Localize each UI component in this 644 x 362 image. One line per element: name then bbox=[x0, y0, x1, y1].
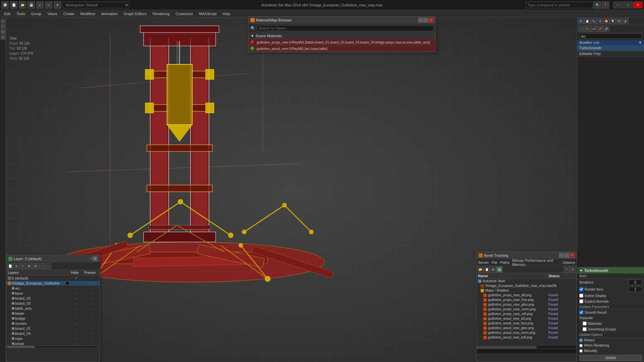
ts-iterations-input[interactable] bbox=[629, 280, 642, 285]
menu-views[interactable]: Views bbox=[45, 11, 60, 16]
menu-group[interactable]: Group bbox=[29, 11, 44, 16]
menu-maxscript[interactable]: MAXScript bbox=[197, 11, 219, 16]
at-row-file6[interactable]: guillotine_wood_new_dif.png Found bbox=[477, 316, 577, 321]
at-row-file5[interactable]: guillotine_props_new_refl.png Found bbox=[477, 312, 577, 316]
at-icon-refresh[interactable]: ↻ bbox=[570, 266, 576, 273]
app-icon[interactable]: 🎲 bbox=[1, 1, 9, 9]
at-menu-paths[interactable]: Paths bbox=[500, 260, 509, 264]
layer-row-board04[interactable]: board_04 — — bbox=[6, 331, 100, 336]
rp-icon-1[interactable]: 🔵 bbox=[578, 18, 584, 24]
menu-create[interactable]: Create bbox=[60, 11, 77, 16]
layers-scroll-thumb[interactable] bbox=[7, 346, 35, 348]
at-row-vault[interactable]: Autodesk Vault bbox=[477, 279, 577, 284]
sidebar-icon-4[interactable]: ▷ bbox=[1, 35, 5, 40]
layers-panel-header[interactable]: Layer: 0 (default) ? ✕ bbox=[6, 255, 100, 262]
layers-new-btn[interactable]: 📄 bbox=[7, 263, 13, 269]
modifier-search-input[interactable] bbox=[579, 34, 642, 39]
modifier-editable-poly-item[interactable]: Editable Poly bbox=[577, 51, 644, 57]
undo-btn[interactable]: ↩ bbox=[36, 1, 44, 9]
layer-row-base[interactable]: base — — bbox=[6, 291, 100, 296]
ts-header[interactable]: ▼ TurboSmooth bbox=[577, 267, 644, 274]
at-row-file9[interactable]: guillotine_wood_new_norm.png Found bbox=[477, 330, 577, 335]
layer-row-default[interactable]: 0 (default) ✓ — bbox=[6, 276, 100, 281]
layer-row-veg[interactable]: Vintage_European_Guillotine — bbox=[6, 281, 100, 286]
layers-move-down-btn[interactable]: ↓ bbox=[45, 263, 51, 269]
at-scrollbar-h[interactable] bbox=[477, 345, 577, 349]
ts-smooth-result-checkbox[interactable] bbox=[579, 310, 583, 314]
layer-row-rope[interactable]: rope — — bbox=[6, 336, 100, 341]
sidebar-icon-1[interactable]: + bbox=[1, 19, 5, 23]
layer-row-board01[interactable]: board_01 — — bbox=[6, 326, 100, 331]
mb-material-row-2[interactable]: guillotine_wood_new (VRayMtl) [arc,base,… bbox=[249, 46, 436, 52]
at-row-file2[interactable]: guillotine_props_new_fres.png Found bbox=[477, 298, 577, 302]
layer-row-board02[interactable]: board_02 — — bbox=[6, 296, 100, 301]
ts-when-rendering-radio[interactable] bbox=[579, 344, 583, 347]
menu-tools[interactable]: Tools bbox=[14, 11, 28, 16]
menu-graph-editors[interactable]: Graph Editors bbox=[121, 11, 149, 16]
layers-close-btn[interactable]: ✕ bbox=[93, 256, 98, 261]
rp-icon-scale[interactable]: ⟺ bbox=[591, 26, 597, 32]
mb-material-row-1[interactable]: guillotine_props_new (VRayMtl) [blade,bo… bbox=[249, 39, 436, 46]
layers-delete-btn[interactable]: ✕ bbox=[13, 263, 19, 269]
maximize-btn[interactable]: □ bbox=[623, 2, 633, 8]
menu-animation[interactable]: Animation bbox=[99, 11, 120, 16]
layers-scrollbar[interactable] bbox=[6, 345, 100, 348]
search-icon[interactable]: 🔍 bbox=[594, 1, 601, 9]
layers-help-btn[interactable]: ? bbox=[90, 257, 92, 261]
at-scrollbar-thumb[interactable] bbox=[477, 346, 537, 349]
at-row-file4[interactable]: guillotine_props_new_norm.png Found bbox=[477, 307, 577, 312]
menu-modifiers[interactable]: Modifiers bbox=[77, 11, 98, 16]
minimize-btn[interactable]: ─ bbox=[613, 2, 623, 8]
save-btn[interactable]: 💾 bbox=[28, 1, 35, 9]
layer-row-props[interactable]: props — — bbox=[6, 341, 100, 345]
at-row-file3[interactable]: guillotine_props_new_glos.png Found bbox=[477, 302, 577, 307]
mb-search-input[interactable] bbox=[257, 25, 434, 31]
at-row-maps[interactable]: Maps / Shaders bbox=[477, 288, 577, 293]
help-btn[interactable]: ❓ bbox=[602, 1, 609, 9]
sidebar-icon-3[interactable]: ◻ bbox=[1, 29, 5, 34]
layer-row-blade[interactable]: blade — — bbox=[6, 311, 100, 316]
rp-icon-rotate[interactable]: ↻ bbox=[584, 26, 590, 32]
ts-render-iters-checkbox[interactable] bbox=[579, 287, 583, 291]
ts-isoline-checkbox[interactable] bbox=[579, 294, 583, 298]
close-btn[interactable]: ✕ bbox=[633, 2, 643, 8]
menu-help[interactable]: Help bbox=[220, 11, 233, 16]
ts-manually-radio[interactable] bbox=[579, 349, 583, 353]
at-row-maxfile[interactable]: Vintage_European_Guillotine_max_vray.max… bbox=[477, 284, 577, 288]
modifier-turbossmooth-item[interactable]: TurboSmooth bbox=[577, 45, 644, 51]
at-menu-file[interactable]: File bbox=[491, 260, 497, 264]
layers-collapse-btn[interactable]: ⊟ bbox=[33, 263, 39, 269]
layer-row-board03[interactable]: board_03 — — bbox=[6, 301, 100, 306]
at-icon-1[interactable]: 📂 bbox=[477, 266, 483, 273]
modifier-list-arrow[interactable]: ▼ bbox=[638, 41, 642, 45]
ts-always-radio[interactable] bbox=[579, 339, 583, 342]
layer-row-screws[interactable]: screws — — bbox=[6, 321, 100, 326]
search-input[interactable] bbox=[526, 2, 593, 8]
at-menu-options[interactable]: Options bbox=[562, 260, 575, 264]
at-icon-help[interactable]: ? bbox=[564, 266, 570, 273]
mb-minimize-btn[interactable]: ─ bbox=[418, 18, 423, 22]
ts-update-btn[interactable]: Update bbox=[579, 355, 642, 361]
workspace-select[interactable]: Workspace: Default bbox=[62, 2, 129, 8]
menu-rendering[interactable]: Rendering bbox=[150, 11, 172, 16]
at-row-file1[interactable]: guillotine_props_new_dif.png Found bbox=[477, 293, 577, 298]
open-btn[interactable]: 📂 bbox=[19, 1, 26, 9]
at-maximize-btn[interactable]: □ bbox=[565, 253, 569, 258]
ts-materials-checkbox[interactable] bbox=[583, 321, 587, 325]
ts-smoothing-groups-checkbox[interactable] bbox=[583, 327, 587, 331]
layers-add-btn[interactable]: + bbox=[20, 263, 26, 269]
at-close-btn[interactable]: ✕ bbox=[570, 253, 575, 258]
at-row-file8[interactable]: guillotine_wood_new_glos.png Found bbox=[477, 326, 577, 330]
layers-scroll-track[interactable] bbox=[7, 346, 99, 348]
mb-close-btn[interactable]: ✕ bbox=[429, 18, 434, 22]
rp-icon-4[interactable]: ⚙ bbox=[597, 18, 603, 24]
redo-btn[interactable]: ↪ bbox=[45, 1, 52, 9]
layers-expand-btn[interactable]: ⊞ bbox=[26, 263, 32, 269]
rp-icon-5[interactable]: 🎨 bbox=[603, 18, 609, 24]
at-icon-3[interactable]: ⊞ bbox=[490, 266, 496, 273]
mb-maximize-btn[interactable]: □ bbox=[424, 18, 428, 22]
new-btn[interactable]: 📄 bbox=[10, 1, 17, 9]
rp-icon-move[interactable]: ↕ bbox=[578, 26, 584, 32]
hold-btn[interactable]: ⏸ bbox=[54, 1, 61, 9]
menu-edit[interactable]: Edit bbox=[1, 11, 13, 16]
